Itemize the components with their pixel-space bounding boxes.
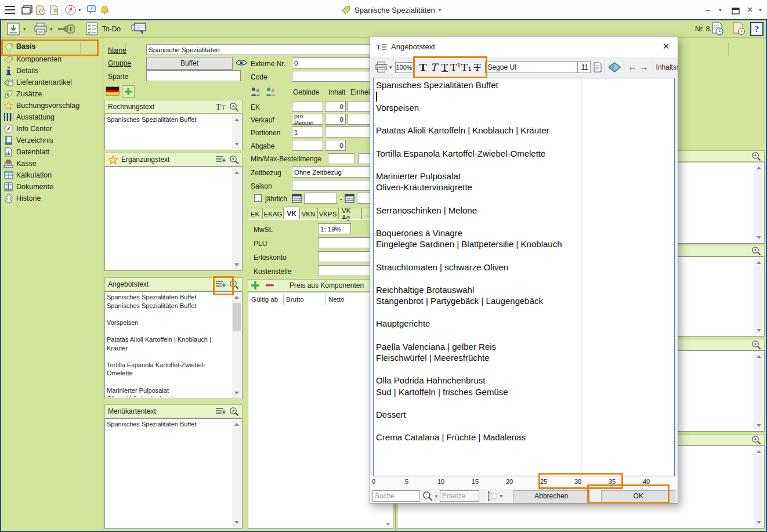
sparte-input[interactable] <box>146 70 241 81</box>
verkauf-gebinde-input[interactable]: pro Person <box>292 114 323 125</box>
scrollbar[interactable] <box>754 163 764 243</box>
ek-gebinde-input[interactable] <box>292 101 323 112</box>
sidebar-item-lieferantenartikel[interactable]: Lieferantenartikel <box>3 77 101 88</box>
magnifier-plus-icon[interactable] <box>229 155 239 165</box>
save-dropdown-caret[interactable]: ▾ <box>23 22 26 35</box>
inhaltsstoffe-button[interactable]: Inhaltssto <box>656 63 678 71</box>
eye-icon[interactable] <box>236 59 247 67</box>
bold-button[interactable]: T <box>418 61 429 73</box>
kostenstelle-input[interactable] <box>318 265 378 276</box>
person-group-icon[interactable] <box>266 87 276 96</box>
window-copy-icon[interactable] <box>21 4 32 16</box>
add-price-icon[interactable] <box>251 281 259 289</box>
angebotstext-box[interactable]: Spanisches Spezialitäten Buffet Spanisch… <box>104 291 243 399</box>
magnifier-plus-icon[interactable] <box>229 407 239 417</box>
sidebar-item-basis[interactable]: Basis <box>3 41 101 52</box>
editor-ruler[interactable]: 0 5 10 15 20 25 30 35 40 <box>370 476 678 489</box>
magnifier-plus-icon[interactable] <box>751 340 761 350</box>
redo-arrow-icon[interactable]: → <box>638 61 650 73</box>
font-size-input[interactable]: 11 <box>578 61 591 73</box>
cursor-select-icon[interactable] <box>486 491 498 501</box>
sidebar-item-dokumente[interactable]: Dokumente <box>3 181 101 193</box>
connector-icon[interactable] <box>58 22 75 35</box>
sidebar-item-details[interactable]: Details <box>3 65 101 77</box>
print-dropdown-caret[interactable]: ▾ <box>389 64 392 70</box>
navigator-compass-icon[interactable] <box>65 4 76 16</box>
document-clock-icon-2[interactable] <box>733 22 746 35</box>
search-dropdown-caret[interactable]: ▾ <box>435 494 437 499</box>
sidebar-item-ausstattung[interactable]: Ausstattung <box>3 111 101 123</box>
scrollbar[interactable] <box>232 168 241 270</box>
tab-ek[interactable]: EK <box>248 208 262 219</box>
sidebar-item-datenblatt[interactable]: Datenblatt <box>3 146 101 158</box>
save-import-icon[interactable] <box>7 22 20 35</box>
season-from-input[interactable] <box>304 193 337 204</box>
tab-vk[interactable]: VK <box>284 207 299 219</box>
undo-arrow-icon[interactable]: ← <box>627 61 638 73</box>
sidebar-item-verzeichnis[interactable]: Verzeichnis <box>3 135 101 146</box>
magnifier-plus-icon[interactable] <box>751 246 761 256</box>
minimize-dropdown-caret[interactable]: ▾ <box>719 4 722 16</box>
flag-comment-icon[interactable] <box>86 4 96 16</box>
todo-button[interactable]: To-Do <box>86 22 121 35</box>
print-icon[interactable] <box>34 22 48 35</box>
sidebar-item-zusaetze[interactable]: K Zusätze <box>3 88 101 100</box>
zeitbezug-select[interactable]: Ohne Zeitbezug <box>292 167 378 178</box>
italic-button[interactable]: T <box>428 61 439 73</box>
sidebar-item-kasse[interactable]: Kasse <box>3 158 101 169</box>
list-down-icon[interactable] <box>215 407 226 416</box>
subscript-button[interactable]: T₁ <box>461 61 472 73</box>
dialog-close-icon[interactable]: ✕ <box>659 40 673 53</box>
sidebar-item-kalkulation[interactable]: Kalkulation <box>3 169 101 181</box>
plu-input[interactable] <box>318 237 378 248</box>
select-dropdown-caret[interactable]: ▾ <box>500 493 503 499</box>
jaehrlich-checkbox[interactable] <box>254 194 262 202</box>
erloeskonto-input[interactable] <box>318 251 378 262</box>
bell-icon[interactable] <box>100 4 110 16</box>
dialog-text-editor[interactable]: Spanisches Spezialitäten Buffet Vorspeis… <box>373 78 675 476</box>
dialog-titlebar[interactable]: T Angebotstext <box>370 37 678 57</box>
tab-vkn[interactable]: VKN <box>299 208 317 219</box>
sidebar-item-buchungsvorschlag[interactable]: Buchungsvorschlag <box>3 100 101 111</box>
print-icon[interactable] <box>375 61 388 73</box>
ergaenzungstext-box[interactable] <box>104 167 243 271</box>
ok-button[interactable]: OK <box>601 490 675 502</box>
ek-inhalt-input[interactable]: 0 <box>325 101 346 112</box>
min-bestellmenge-input[interactable] <box>328 153 355 164</box>
font-name-input[interactable]: Segoe UI <box>485 61 578 73</box>
gruppe-button[interactable]: Buffet <box>146 57 233 70</box>
magnifier-plus-icon[interactable] <box>229 102 239 112</box>
print-dropdown-caret[interactable]: ▾ <box>50 22 53 35</box>
tab-vkps[interactable]: VKPS <box>317 208 338 219</box>
tab-ekag[interactable]: EKAG <box>262 208 284 219</box>
price-col-brutto[interactable]: Brutto <box>286 296 304 303</box>
saison-input[interactable] <box>292 180 378 191</box>
tab-vkag[interactable]: VK Ag <box>338 208 361 219</box>
search-input[interactable]: Suche <box>372 490 420 502</box>
strikethrough-button[interactable]: T <box>472 61 483 73</box>
price-col-netto[interactable]: Netto <box>328 296 345 303</box>
close-window-icon[interactable]: × <box>747 4 752 16</box>
zoom-input[interactable]: 100% <box>395 62 414 73</box>
help-icon[interactable]: ? <box>750 22 764 35</box>
sidebar-item-komponenten[interactable]: Komponenten <box>3 53 101 65</box>
maximize-icon[interactable] <box>732 5 740 17</box>
table-scroll-down-icon[interactable] <box>386 523 390 526</box>
sidebar-item-historie[interactable]: Historie <box>3 193 101 204</box>
search-icon[interactable] <box>422 491 433 501</box>
text-format-icon[interactable]: T⊤ <box>216 103 226 111</box>
document-clock-icon[interactable] <box>36 4 46 16</box>
german-flag-tab[interactable] <box>106 86 120 96</box>
portionen-input[interactable]: 1 <box>292 126 323 137</box>
person-single-icon[interactable] <box>251 87 261 96</box>
code-input[interactable] <box>292 71 382 82</box>
cancel-button[interactable]: Abbrechen <box>513 490 590 502</box>
remove-price-icon[interactable] <box>266 281 274 289</box>
minimize-icon[interactable]: – <box>706 4 710 16</box>
add-language-button[interactable] <box>122 85 135 98</box>
chat-icon[interactable] <box>131 22 146 35</box>
close-dropdown-caret[interactable]: ▾ <box>759 4 762 16</box>
externe-nr-input[interactable]: 0 <box>292 57 382 68</box>
underline-button[interactable]: T <box>439 61 450 73</box>
navigator-dropdown-caret[interactable]: ▾ <box>78 4 81 16</box>
